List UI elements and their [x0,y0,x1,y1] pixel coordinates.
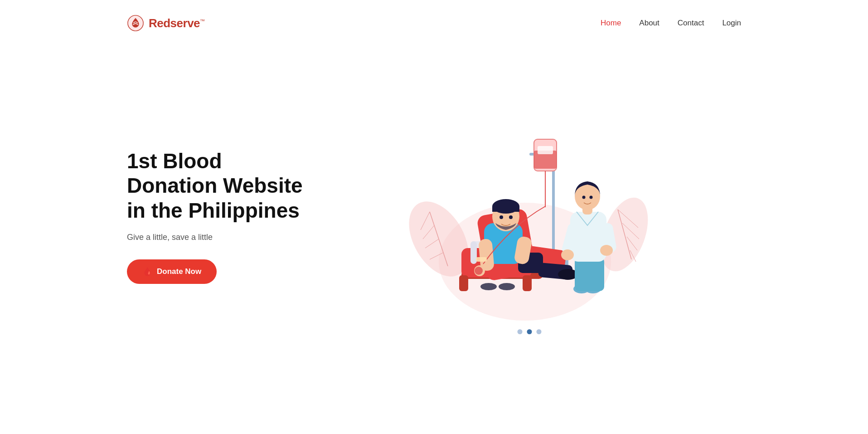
svg-point-40 [475,267,483,275]
svg-rect-21 [538,146,553,154]
logo-icon [127,15,144,32]
hero-subtitle: Give a little, save a little [127,233,317,242]
svg-rect-30 [470,241,477,264]
donate-icon: 🩸 [142,267,152,277]
svg-point-45 [499,215,503,219]
svg-point-46 [509,215,513,219]
hero-left: 1st Blood Donation Website in the Philip… [127,149,317,284]
svg-rect-28 [523,275,532,291]
navbar: Redserve™ Home About Contact Login [0,0,868,46]
nav-item-home[interactable]: Home [601,19,621,28]
hero-right [317,98,741,334]
carousel-dot-3[interactable] [536,329,541,334]
svg-point-53 [561,249,574,260]
carousel-dots [517,329,541,334]
hero-section: 1st Blood Donation Website in the Philip… [0,46,868,386]
illustration-svg [402,107,656,325]
nav-item-contact[interactable]: Contact [678,19,704,28]
nav-item-about[interactable]: About [639,19,659,28]
nav-link-home[interactable]: Home [601,19,621,27]
carousel-dot-1[interactable] [517,329,522,334]
svg-point-32 [499,283,515,290]
svg-point-54 [600,245,613,256]
nav-link-contact[interactable]: Contact [678,19,704,27]
hero-title: 1st Blood Donation Website in the Philip… [127,149,317,223]
nav-link-about[interactable]: About [639,19,659,27]
nav-link-login[interactable]: Login [722,19,741,27]
svg-rect-41 [476,257,487,262]
svg-rect-27 [459,275,468,291]
donate-now-button[interactable]: 🩸 Donate Now [127,259,217,284]
donate-now-label: Donate Now [157,267,201,276]
nav-links: Home About Contact Login [601,19,741,28]
logo-text: Redserve™ [149,16,205,30]
svg-point-57 [582,196,585,199]
svg-point-31 [480,283,497,290]
svg-rect-49 [575,257,604,291]
svg-point-58 [589,196,592,199]
nav-item-login[interactable]: Login [722,19,741,28]
svg-rect-44 [492,206,519,212]
carousel-dot-2[interactable] [527,329,532,334]
hero-illustration [402,107,656,334]
logo-link[interactable]: Redserve™ [127,15,205,32]
